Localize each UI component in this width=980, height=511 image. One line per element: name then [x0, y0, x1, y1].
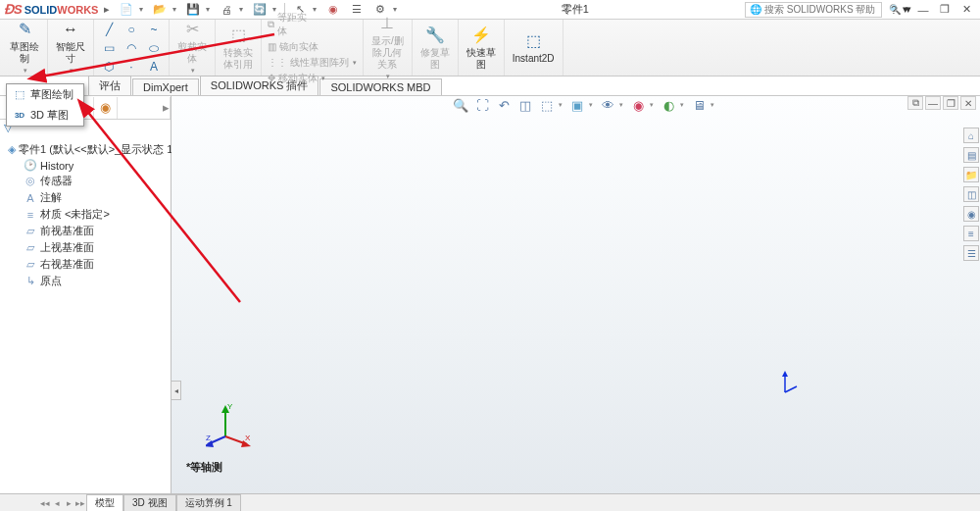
sketch-tools-grid: ╱ ○ ~ ▭ ◠ ⬭ ⬡ · A — [98, 21, 165, 76]
sketch-3d-menuitem[interactable]: 3D3D 草图 — [7, 105, 83, 126]
circle-tool[interactable]: ○ — [121, 21, 142, 38]
part-icon: ◈ — [8, 143, 16, 156]
move-button[interactable]: ✥移动实体▾ — [266, 71, 327, 86]
polygon-tool[interactable]: ⬡ — [98, 58, 120, 76]
panel-collapse-handle[interactable]: ◂ — [172, 381, 181, 400]
quick-sketch-button[interactable]: ⚡ 快速草 图 — [463, 23, 500, 73]
design-library-icon[interactable]: ▤ — [963, 147, 979, 163]
edit-appearance-icon[interactable]: ◉ — [628, 96, 648, 114]
view-palette-icon[interactable]: ◫ — [963, 186, 979, 202]
sketch-2d-menuitem[interactable]: ⬚草图绘制 — [7, 84, 83, 105]
tree-right-plane[interactable]: ▱右视基准面 — [2, 256, 169, 273]
hide-show-icon[interactable]: 👁 — [598, 96, 617, 114]
smart-dimension-button[interactable]: ↔ 智能尺 寸 ▾ — [52, 17, 89, 78]
new-file-icon[interactable]: 📄 — [116, 1, 137, 19]
options-list-icon[interactable]: ☰ — [346, 1, 368, 19]
forum-icon[interactable]: ☰ — [963, 245, 979, 261]
instant2d-button[interactable]: ⬚ Instant2D — [509, 28, 559, 67]
bottom-tab-3dview[interactable]: 3D 视图 — [123, 494, 176, 512]
sketch-2d-icon: ⬚ — [13, 88, 26, 101]
sw-resources-icon[interactable]: ⌂ — [963, 128, 979, 143]
maximize-button[interactable]: ❐ — [935, 2, 955, 18]
apply-scene-icon[interactable]: ◐ — [659, 96, 678, 114]
bottom-tab-motion[interactable]: 运动算例 1 — [176, 494, 241, 512]
tab-evaluate[interactable]: 评估 — [88, 76, 131, 95]
tree-material[interactable]: ≡材质 <未指定> — [2, 206, 169, 223]
svg-text:Z: Z — [206, 434, 211, 442]
file-explorer-icon[interactable]: 📁 — [963, 167, 979, 182]
rectangle-tool[interactable]: ▭ — [98, 39, 120, 57]
save-icon[interactable]: 💾 — [182, 1, 204, 19]
text-tool[interactable]: A — [143, 58, 165, 76]
open-file-icon[interactable]: 📂 — [149, 1, 171, 19]
app-menu-dropdown[interactable]: ▸ — [102, 3, 112, 16]
sketch-label: 草图绘 制 — [10, 41, 39, 65]
custom-props-icon[interactable]: ≡ — [963, 226, 979, 241]
tab-dimxpert[interactable]: DimXpert — [132, 78, 199, 95]
view-triad[interactable]: Y X Z — [206, 399, 255, 450]
vp-close-button[interactable]: ✕ — [960, 96, 976, 110]
history-icon: 🕑 — [24, 159, 37, 172]
search-globe-icon: 🌐 — [750, 4, 761, 15]
mirror-button[interactable]: ▥镜向实体 — [266, 39, 320, 55]
close-button[interactable]: ✕ — [956, 2, 976, 18]
btab-first[interactable]: ◂◂ — [39, 498, 51, 508]
logo-solid: SOLID — [24, 4, 58, 16]
trim-button[interactable]: ✂ 剪裁实 体 ▾ — [173, 17, 211, 78]
sketch-button[interactable]: ✎ 草图绘 制 ▾ — [6, 17, 43, 78]
vp-minimize-button[interactable]: — — [925, 96, 941, 110]
tree-origin[interactable]: ↳原点 — [2, 273, 169, 289]
options-bullet-icon[interactable]: ◉ — [322, 1, 344, 19]
mirror-icon: ▥ — [268, 41, 276, 52]
appearances-icon[interactable]: ◉ — [963, 206, 979, 222]
search-box[interactable]: 🌐 🔍 ▾ — [745, 2, 882, 18]
view-settings-icon[interactable]: 🖥 — [689, 96, 709, 114]
convert-label: 转换实 体引用 — [223, 47, 253, 71]
display-style-icon[interactable]: ▣ — [567, 96, 587, 114]
print-icon[interactable]: 🖨 — [216, 1, 237, 19]
previous-view-icon[interactable]: ↶ — [494, 96, 514, 114]
search-input[interactable] — [764, 4, 889, 15]
instant2d-label: Instant2D — [513, 53, 555, 65]
task-pane: ⌂ ▤ 📁 ◫ ◉ ≡ ☰ — [962, 128, 980, 261]
tree-sensors[interactable]: ◎传感器 — [2, 173, 169, 189]
origin-marker — [779, 371, 799, 396]
point-tool[interactable]: · — [121, 58, 142, 76]
panel-more[interactable]: ▸ — [118, 97, 171, 119]
ellipse-tool[interactable]: ⬭ — [143, 39, 165, 57]
display-relations-button[interactable]: ⊥ 显示/删 除几何 关系 ▾ — [368, 11, 408, 84]
btab-next[interactable]: ▸ — [63, 498, 74, 508]
sketch-icon: ✎ — [14, 19, 35, 40]
bottom-tab-model[interactable]: 模型 — [86, 494, 123, 512]
tree-annotations[interactable]: A注解 — [2, 189, 169, 206]
svg-text:X: X — [245, 434, 251, 442]
vp-split-button[interactable]: ⧉ — [907, 96, 923, 110]
graphics-viewport[interactable]: ⧉ — ❐ ✕ Y X Z *等轴测 — [172, 96, 980, 499]
plane-icon: ▱ — [24, 241, 37, 254]
section-view-icon[interactable]: ◫ — [515, 96, 535, 114]
convert-entities-button[interactable]: ⬚ 转换实 体引用 — [220, 23, 257, 73]
tree-history[interactable]: 🕑History — [2, 158, 169, 173]
pattern-icon: ⋮⋮ — [268, 57, 287, 68]
zoom-fit-icon[interactable]: 🔍 — [451, 96, 470, 114]
arc-tool[interactable]: ◠ — [121, 39, 142, 57]
spline-tool[interactable]: ~ — [143, 21, 165, 38]
offset-button[interactable]: ⧉等距实 体 — [266, 10, 309, 39]
tree-root[interactable]: ◈零件1 (默认<<默认>_显示状态 1>) — [2, 141, 169, 158]
btab-prev[interactable]: ◂ — [51, 498, 63, 508]
btab-last[interactable]: ▸▸ — [74, 498, 86, 508]
appearance-tab[interactable]: ◉ — [94, 97, 118, 119]
plane-icon: ▱ — [24, 225, 37, 237]
repair-sketch-button[interactable]: 🔧 修复草 图 — [416, 23, 454, 73]
pattern-button[interactable]: ⋮⋮线性草图阵列▾ — [266, 55, 359, 71]
minimize-button[interactable]: — — [913, 2, 933, 18]
vp-maximize-button[interactable]: ❐ — [943, 96, 958, 110]
help-icon[interactable]: ? — [884, 2, 904, 18]
zoom-area-icon[interactable]: ⛶ — [472, 96, 492, 114]
tree-front-plane[interactable]: ▱前视基准面 — [2, 223, 169, 239]
view-orientation-label: *等轴测 — [186, 460, 222, 475]
line-tool[interactable]: ╱ — [98, 21, 120, 38]
document-title: 零件1 — [405, 2, 745, 17]
view-orientation-icon[interactable]: ⬚ — [537, 96, 557, 114]
tree-top-plane[interactable]: ▱上视基准面 — [2, 239, 169, 256]
